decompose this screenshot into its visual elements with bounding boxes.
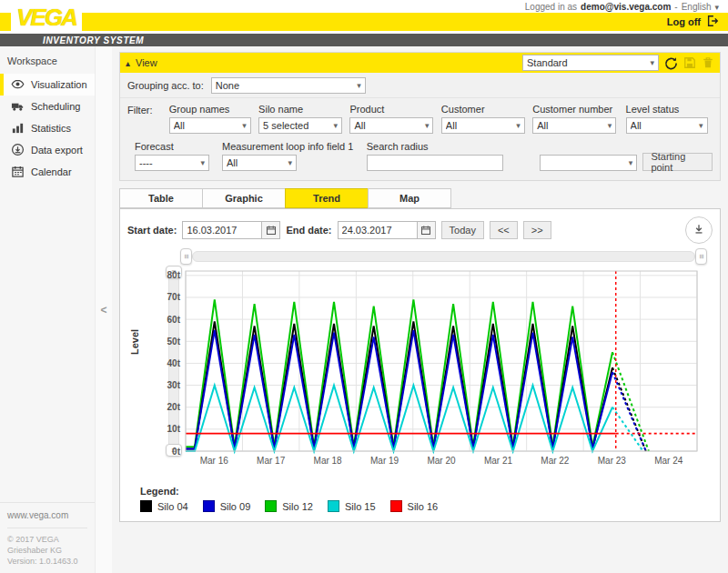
chevron-down-icon[interactable]	[714, 2, 719, 12]
svg-text:20t: 20t	[167, 402, 181, 412]
time-range-track[interactable]	[192, 251, 695, 262]
logoff-button[interactable]: Log off	[667, 16, 701, 27]
product-label: Product	[349, 104, 440, 115]
legend-label: Silo 04	[157, 501, 188, 512]
starting-point-button[interactable]: Starting point	[642, 153, 713, 171]
product-select[interactable]: All	[349, 117, 433, 134]
trend-panel: Start date: End date: Today << >>	[119, 208, 721, 522]
vega-logo: VEGA	[11, 4, 82, 32]
start-date-calendar-icon[interactable]	[262, 221, 280, 239]
end-date-input[interactable]	[338, 221, 418, 239]
tab-graphic[interactable]: Graphic	[202, 188, 286, 208]
svg-text:30t: 30t	[167, 380, 181, 390]
product-value: All	[354, 120, 420, 131]
legend-swatch	[140, 500, 152, 512]
sidebar-item-visualization[interactable]: Visualization	[0, 74, 95, 96]
svg-text:50t: 50t	[167, 337, 181, 347]
separator: -	[674, 2, 677, 12]
view-panel-header[interactable]: View Standard	[120, 53, 720, 73]
sidebar-collapse-strip[interactable]	[96, 46, 112, 573]
svg-text:60t: 60t	[167, 315, 181, 325]
prev-period-button[interactable]: <<	[490, 221, 518, 239]
forecast-label: Forecast	[135, 141, 209, 152]
group-names-select[interactable]: All	[169, 117, 251, 134]
sidebar-item-label: Calendar	[31, 166, 72, 177]
tab-table[interactable]: Table	[119, 188, 203, 208]
svg-text:Mar 20: Mar 20	[427, 456, 456, 466]
delete-view-icon[interactable]	[702, 56, 714, 69]
chevron-left-icon[interactable]	[100, 304, 106, 317]
save-view-icon[interactable]	[683, 56, 696, 69]
legend-swatch	[265, 500, 277, 512]
time-range-right-handle[interactable]	[695, 248, 707, 265]
trend-chart: 0t10t20t30t40t50t60t70t80tMar 16Mar 17Ma…	[140, 267, 706, 473]
today-label: Today	[450, 225, 476, 236]
filter-row-1: Filter: Group names All Silo name 5 sele…	[127, 104, 713, 134]
svg-text:10t: 10t	[167, 424, 181, 434]
silo-name-select[interactable]: 5 selected	[258, 117, 342, 134]
today-button[interactable]: Today	[441, 221, 484, 239]
filter-row-2: Forecast ---- Measurement loop info fiel…	[127, 141, 713, 171]
radius-unit-select[interactable]	[540, 155, 638, 171]
legend-item: Silo 15	[328, 500, 376, 512]
logout-icon[interactable]	[706, 15, 719, 29]
search-radius-label: Search radius	[367, 141, 503, 152]
svg-text:70t: 70t	[167, 292, 181, 302]
level-status-select[interactable]: All	[626, 117, 708, 134]
language-selector[interactable]: English	[682, 2, 712, 12]
reload-view-icon[interactable]	[664, 56, 678, 70]
tab-map-label: Map	[399, 193, 420, 204]
svg-text:0t: 0t	[172, 447, 181, 457]
view-preset-select[interactable]: Standard	[522, 55, 659, 71]
workspace-label: Workspace	[0, 46, 95, 74]
group-names-label: Group names	[169, 104, 258, 115]
measurement-loop-select[interactable]: All	[222, 155, 297, 171]
filter-section: Filter: Group names All Silo name 5 sele…	[120, 98, 720, 180]
sidebar-item-scheduling[interactable]: Scheduling	[0, 96, 95, 117]
search-radius-input[interactable]	[367, 155, 503, 171]
app-header: VEGA Logged in as demo@vis.vega.com - En…	[0, 0, 728, 46]
inventory-system-bar: INVENTORY SYSTEM	[0, 34, 728, 46]
svg-text:Mar 17: Mar 17	[257, 456, 286, 466]
grouping-select[interactable]: None	[211, 77, 366, 94]
export-chart-button[interactable]	[685, 216, 713, 244]
sidebar-item-calendar[interactable]: Calendar	[0, 161, 95, 183]
silo-name-label: Silo name	[258, 104, 349, 115]
download-icon	[11, 143, 25, 158]
yellow-bar: Log off	[0, 13, 728, 31]
view-preset-value: Standard	[527, 57, 646, 68]
sidebar-item-label: Scheduling	[31, 101, 80, 112]
next-period-button[interactable]: >>	[523, 221, 551, 239]
tab-map[interactable]: Map	[368, 188, 451, 208]
time-range-left-handle[interactable]	[180, 248, 192, 265]
trend-chart-area: Level 0t10t20t30t40t50t60t70t80tMar 16Ma…	[127, 249, 713, 480]
tab-table-label: Table	[148, 193, 174, 204]
collapse-up-icon[interactable]	[126, 57, 130, 68]
sidebar-item-statistics[interactable]: Statistics	[0, 117, 95, 139]
start-date-input[interactable]	[182, 221, 262, 239]
svg-text:80t: 80t	[167, 270, 181, 280]
forecast-value: ----	[139, 157, 197, 168]
measurement-loop-value: All	[227, 157, 284, 168]
legend-label: Silo 15	[345, 501, 376, 512]
customer-number-value: All	[537, 120, 603, 131]
legend-item: Silo 12	[265, 500, 313, 512]
end-date-calendar-icon[interactable]	[418, 221, 436, 239]
svg-text:Mar 18: Mar 18	[314, 456, 343, 466]
download-arrow-icon	[693, 223, 705, 237]
svg-text:Mar 22: Mar 22	[541, 456, 570, 466]
vega-website-link[interactable]: www.vega.com	[7, 510, 87, 520]
forecast-select[interactable]: ----	[135, 155, 209, 171]
vega-logo-text: VEGA	[16, 4, 76, 31]
user-email: demo@vis.vega.com	[581, 2, 671, 12]
customer-number-select[interactable]: All	[532, 117, 616, 134]
sidebar-item-data-export[interactable]: Data export	[0, 139, 95, 161]
silo-name-value: 5 selected	[263, 120, 329, 131]
customer-label: Customer	[441, 104, 532, 115]
legend-title: Legend:	[140, 486, 713, 497]
customer-select[interactable]: All	[441, 117, 525, 134]
legend-label: Silo 12	[282, 501, 313, 512]
view-panel-title: View	[136, 57, 157, 68]
tab-trend[interactable]: Trend	[285, 188, 369, 208]
logged-in-label: Logged in as	[525, 2, 577, 12]
